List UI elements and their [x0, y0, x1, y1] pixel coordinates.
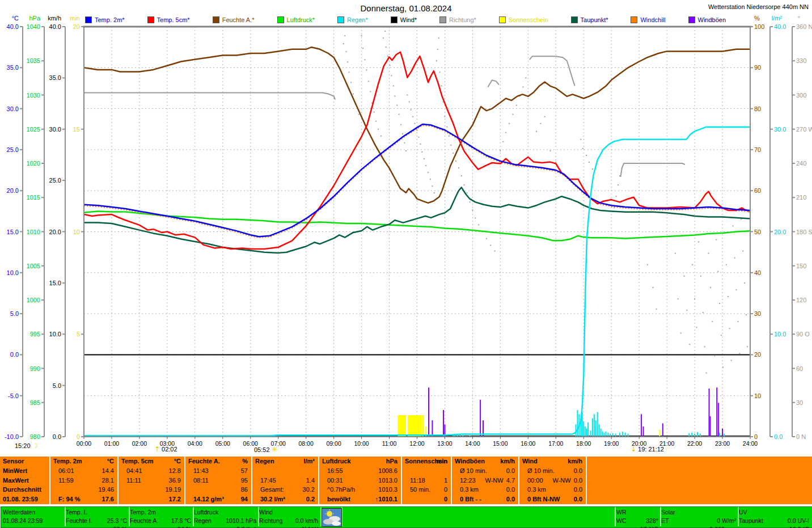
axis-wind-tick: 25.0 — [49, 177, 61, 184]
table-header-row: Regenl/m² — [252, 457, 318, 466]
table-cell-b: W-NW — [485, 476, 504, 485]
axis-wind-unit: km/h — [48, 15, 61, 22]
table-cell-row: F: 94 %17.6 — [50, 495, 117, 504]
status-value: 0.000 mm — [709, 525, 736, 528]
axis-direction-unit: ° — [798, 15, 800, 22]
axis-rain-tick: 20.0 — [774, 229, 786, 235]
table-cell-a: 11:11 — [126, 476, 141, 485]
axis-direction-tick: 120 — [796, 297, 806, 303]
table-cell-row: 0 Bft - -0.0 — [452, 495, 518, 504]
status-line: Temp. 2m17.6 °C — [130, 508, 192, 517]
table-cell-row: 30.2 l/m²0.2 — [252, 495, 318, 504]
axis-direction-tick: 30 — [796, 399, 803, 406]
weather-app-window: { "header": { "title": "Donnerstag, 01.0… — [0, 0, 812, 528]
x-tick: 00:00 — [77, 440, 91, 447]
gridlines — [84, 27, 750, 437]
table-col-sonnenschein: Sonnenscheinmin11:18150 min.00 — [402, 457, 451, 504]
table-filler — [587, 457, 812, 504]
status-label: Regen — [194, 517, 257, 525]
status-section-temp-2m: Temp. 2m17.6 °CFeuchte A.94 % — [130, 508, 192, 525]
axis-pressure-tick: 985 — [30, 399, 40, 406]
table-cell-c: 36.9 — [169, 476, 181, 485]
status-line: Regen0.2 l/m² — [194, 517, 257, 525]
table-cell-row: 19.19 — [119, 485, 184, 495]
table-cell-c: 1.4 — [306, 476, 315, 485]
weather-chart: 40.035.030.025.020.015.010.05.00.0-5.0-1… — [0, 0, 812, 455]
status-label: Wetterdaten — [3, 508, 64, 517]
status-section-wind: Wind0.0 km/hRichtungN-NW — [259, 508, 319, 525]
axis-humidity-tick: 90 — [754, 64, 761, 71]
axis-wind: 40.035.030.025.020.015.010.05.00.0km/h — [48, 15, 65, 440]
table-cell-a: 00:00 — [527, 476, 543, 485]
series-sonnenschein — [397, 415, 660, 436]
status-line: Luftdruck1010.1 hPa — [194, 508, 257, 517]
table-cell-a: bewölkt — [327, 495, 350, 504]
status-value: N-NW — [302, 525, 318, 528]
table-col-unit: °C — [174, 457, 181, 466]
series-feuchte — [84, 47, 750, 203]
table-col-sensor: SensorMinWertMaxWertDurchschnitt01.08. 2… — [0, 457, 49, 504]
status-line: Feuchte I.59 % — [66, 517, 128, 525]
table-cell-c: 94 — [241, 495, 248, 504]
sunset-moonrise-annotation: ⇣ 19: 21:12 ▫ — [631, 445, 667, 453]
axis-temp-tick: 40.0 — [7, 23, 19, 30]
table-cell-row: 0.3 km0.0 — [519, 485, 586, 495]
table-col-feuchte-a-: Feuchte A.%11:435708:11958614.12 g/m³94 — [185, 457, 251, 504]
axis-wind-tick: 35.0 — [49, 74, 61, 81]
axis-temp-tick: -5.0 — [8, 392, 19, 399]
table-cell-a: ^0.7hPa/h — [327, 485, 355, 495]
axis-humidity-tick: 10 — [754, 392, 761, 399]
table-col-unit: hPa — [386, 457, 397, 466]
table-row-label: 01.08. 23:59 — [0, 495, 49, 504]
table-cell-row: Gesamt:30.2 — [252, 485, 318, 495]
table-cell-c: 0.0 — [574, 476, 582, 485]
table-cell-row: 17.2 — [119, 495, 184, 504]
table-col-windb-en: Windböenkm/hØ 10 min.0.012:23W-NW4.70.3 … — [452, 457, 518, 504]
axis-pressure-unit: hPa — [29, 15, 40, 22]
weather-icon — [322, 508, 342, 527]
table-col-temp-5cm: Temp. 5cm°C04:4112.811:1136.919.1917.2 — [119, 457, 184, 504]
axis-direction-tick: 300 — [796, 92, 806, 99]
status-value: 16.6 °C — [789, 525, 809, 528]
table-cell-row: 11:1136.9 — [119, 476, 184, 485]
table-cell-row: 08:1195 — [185, 476, 251, 485]
table-col-luftdruck: LuftdruckhPa16:551008.600:311013.0^0.7hP… — [319, 457, 401, 504]
status-separator — [65, 507, 66, 526]
status-line: ET0.000 mm — [661, 517, 737, 525]
status-section-wetterdaten: Wetterdaten01.08.24 23:59 — [3, 508, 64, 525]
status-value: 17.6°C — [640, 525, 658, 528]
moonset-annotation: ⇡ 02:02 — [154, 445, 177, 453]
table-cell-c: 28.1 — [102, 476, 114, 485]
status-value: 0.2 l/m² — [236, 525, 256, 528]
x-tick: 24:00 — [743, 440, 758, 447]
axis-pressure-tick: 980 — [30, 433, 40, 440]
axis-humidity-tick: 80 — [754, 105, 761, 112]
table-header-row: Feuchte A.% — [185, 457, 251, 466]
axis-rain-tick: 30.0 — [774, 126, 786, 133]
axis-temp-tick: 15.0 — [7, 229, 19, 235]
axis-direction-tick: 180 S — [796, 229, 812, 235]
axis-humidity-tick: 0 — [754, 433, 758, 440]
status-label: Wind — [259, 508, 319, 517]
table-cell-c: 57 — [241, 466, 248, 476]
x-tick: 04:00 — [188, 440, 202, 447]
table-cell-row: 86 — [185, 485, 251, 495]
x-tick: 14:00 — [465, 440, 480, 447]
status-section-luftdruck: Luftdruck1010.1 hPaRegen0.2 l/m² — [194, 508, 257, 525]
status-label: Richtung — [259, 517, 319, 525]
status-separator — [258, 507, 259, 526]
axis-direction-tick: 0 N — [796, 433, 806, 440]
status-section-wr: WR328°WC17.6°C — [616, 508, 659, 525]
axis-pressure: 1040103510301025102010151010100510009959… — [27, 15, 44, 440]
table-cell-row: 00:00W-NW0.0 — [519, 476, 586, 485]
axis-sun-tick: 20 — [73, 23, 80, 30]
table-cell-a: 0.3 km — [460, 485, 479, 495]
x-tick: 08:00 — [299, 440, 314, 447]
table-col-unit: °C — [107, 457, 114, 466]
table-cell-row: 50 min.0 — [402, 485, 451, 495]
axis-pressure-tick: 1015 — [27, 194, 40, 201]
table-cell-a: 17:45 — [260, 476, 276, 485]
status-line: UV0.0 UV-I — [739, 508, 810, 517]
axis-wind-tick: 40.0 — [49, 23, 61, 30]
status-section-solar: Solar0 W/m²ET0.000 mm — [661, 508, 737, 525]
